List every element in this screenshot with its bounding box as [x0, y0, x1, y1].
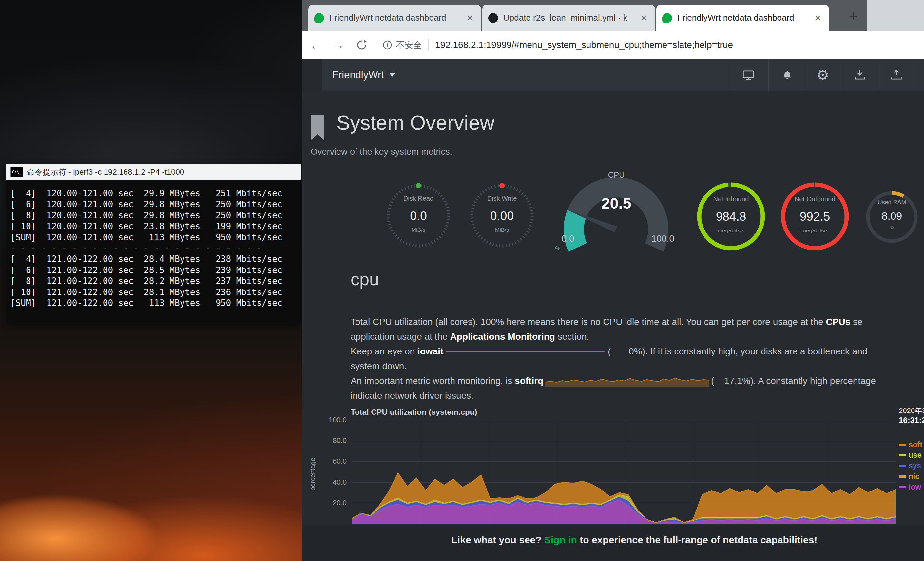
- brand-dropdown[interactable]: FriendlyWrt: [332, 59, 395, 91]
- text-segment: Total CPU utilization (all cores). 100% …: [351, 317, 826, 327]
- text-segment: se: [850, 317, 862, 327]
- y-axis-tick: 80.0: [321, 436, 346, 445]
- gauge-unit: megabits/s: [779, 227, 851, 234]
- iowait-term: iowait: [417, 346, 443, 357]
- terminal-window: C:\_ 命令提示符 - iperf3 -c 192.168.1.2 -P4 -…: [6, 164, 301, 323]
- load-snapshot-button[interactable]: [841, 59, 879, 91]
- address-input[interactable]: 不安全 192.168.2.1:19999/#menu_system_subme…: [382, 39, 924, 51]
- text-segment: section.: [555, 331, 589, 342]
- cpus-link[interactable]: CPUs: [826, 317, 850, 327]
- applications-monitoring-link[interactable]: Applications Monitoring: [450, 331, 555, 342]
- gear-icon: ⚙: [816, 68, 829, 82]
- tab-title: FriendlyWrt netdata dashboard: [677, 13, 809, 23]
- tab-list: FriendlyWrt netdata dashboard×Update r2s…: [308, 5, 829, 31]
- gauge-value: 20.5: [551, 194, 682, 212]
- reload-button[interactable]: [356, 39, 368, 51]
- info-icon[interactable]: [382, 40, 392, 50]
- gauge-value: 0.0: [382, 209, 454, 223]
- iowait-sparkline[interactable]: [446, 347, 605, 356]
- legend-label: sys: [909, 461, 921, 470]
- netdata-icon: [662, 13, 672, 23]
- terminal-titlebar[interactable]: C:\_ 命令提示符 - iperf3 -c 192.168.1.2 -P4 -…: [6, 164, 301, 180]
- legend-item[interactable]: use: [899, 450, 922, 460]
- terminal-line: [SUM] 120.00-121.00 sec 113 MBytes 950 M…: [10, 232, 301, 243]
- forward-button[interactable]: →: [333, 39, 344, 51]
- paragraph-line: Total CPU utilization (all cores). 100% …: [351, 316, 863, 329]
- legend-swatch: [899, 486, 906, 488]
- gauge-unit: %: [551, 245, 564, 252]
- section-heading-cpu: cpu: [351, 269, 379, 289]
- browser-tab[interactable]: Update r2s_lean_minimal.yml · k×: [482, 5, 655, 31]
- signin-banner: Like what you see? Sign in to experience…: [302, 525, 924, 561]
- chart-plot-area: [352, 420, 896, 524]
- net-outbound-gauge[interactable]: Net Outbound 992.5 megabits/s: [779, 180, 851, 253]
- paragraph-line: Keep an eye on iowait ( 0%). If it is co…: [351, 345, 867, 358]
- gauge-value: 8.09: [864, 210, 920, 222]
- y-axis-tick: 60.0: [321, 457, 346, 466]
- paragraph-line: application usage at the Applications Mo…: [351, 330, 589, 343]
- legend-item[interactable]: iow: [899, 482, 921, 492]
- terminal-line: [ 4] 120.00-121.00 sec 29.9 MBytes 251 M…: [10, 188, 301, 199]
- disk-write-gauge[interactable]: Disk Write 0.00 MiB/s: [466, 180, 538, 252]
- softirq-sparkline[interactable]: [545, 375, 709, 387]
- page-subtitle: Overview of the key system metrics.: [310, 147, 452, 157]
- not-secure-label[interactable]: 不安全: [396, 39, 422, 51]
- disk-read-gauge[interactable]: Disk Read 0.0 MiB/s: [382, 180, 454, 252]
- url-text: 192.168.2.1:19999/#menu_system_submenu_c…: [435, 40, 733, 50]
- paragraph-line: indicate network driver issues.: [351, 389, 474, 402]
- gauge-value: 984.8: [695, 210, 767, 224]
- legend-swatch: [899, 454, 906, 456]
- paragraph-line: An important metric worth monitoring, is…: [351, 375, 876, 388]
- alarms-button[interactable]: [769, 59, 806, 91]
- new-tab-button[interactable]: +: [844, 7, 862, 26]
- gauge-label: Disk Write: [466, 195, 538, 202]
- cpu-gauge[interactable]: CPU 20.5 0.0 100.0 %: [551, 170, 682, 256]
- gauge-unit: MiB/s: [382, 227, 454, 233]
- chart-date: 2020年3: [899, 406, 924, 416]
- tab-close-icon[interactable]: ×: [813, 13, 823, 23]
- terminal-line: [ 8] 121.00-122.00 sec 28.2 MBytes 237 M…: [10, 276, 301, 287]
- save-snapshot-button[interactable]: [878, 59, 915, 91]
- tab-title: Update r2s_lean_minimal.yml · k: [503, 13, 635, 23]
- terminal-title: 命令提示符 - iperf3 -c 192.168.1.2 -P4 -t1000: [27, 167, 184, 177]
- legend-label: iow: [909, 483, 921, 492]
- gauge-value: 0.00: [466, 209, 538, 223]
- gauge-max: 100.0: [650, 233, 676, 244]
- browser-tab[interactable]: FriendlyWrt netdata dashboard×: [656, 5, 829, 31]
- cpu-utilization-chart[interactable]: [352, 420, 896, 523]
- browser-tab[interactable]: FriendlyWrt netdata dashboard×: [308, 5, 481, 31]
- monitor-icon: [742, 69, 755, 82]
- legend-label: use: [909, 451, 922, 460]
- net-inbound-gauge[interactable]: Net Inbound 984.8 megabits/s: [695, 180, 767, 253]
- netdata-navbar: FriendlyWrt ⚙: [302, 59, 924, 91]
- url-divider: [428, 39, 429, 51]
- legend-swatch: [899, 465, 906, 467]
- terminal-line: [ 4] 121.00-122.00 sec 28.4 MBytes 238 M…: [10, 254, 301, 265]
- github-icon: [488, 13, 498, 23]
- tab-close-icon[interactable]: ×: [639, 13, 649, 23]
- terminal-line: - - - - - - - - - - - - - - - - - - - - …: [10, 243, 301, 254]
- terminal-line: [ 6] 120.00-121.00 sec 29.8 MBytes 250 M…: [10, 199, 301, 210]
- tab-close-icon[interactable]: ×: [465, 13, 475, 23]
- back-button[interactable]: ←: [310, 39, 322, 51]
- monitor-button[interactable]: [730, 59, 767, 91]
- text-segment: ( 0%). If it is constantly high, your di…: [608, 346, 867, 357]
- terminal-output: [ 4] 120.00-121.00 sec 29.9 MBytes 251 M…: [6, 180, 301, 323]
- legend-swatch: [899, 475, 906, 478]
- text-segment: An important metric worth monitoring, is: [351, 376, 515, 386]
- caret-down-icon: [389, 73, 395, 77]
- used-ram-gauge[interactable]: Used RAM 8.09 %: [864, 189, 920, 245]
- y-axis-tick: 40.0: [321, 478, 346, 487]
- legend-item[interactable]: sys: [899, 461, 921, 471]
- brand-label: FriendlyWrt: [332, 69, 384, 81]
- signin-link[interactable]: Sign in: [544, 534, 577, 545]
- settings-button[interactable]: ⚙: [804, 59, 842, 91]
- bell-icon: [781, 69, 794, 82]
- terminal-line: [ 6] 121.00-122.00 sec 28.5 MBytes 239 M…: [10, 265, 301, 276]
- legend-label: nic: [909, 472, 920, 481]
- gauge-unit: %: [864, 225, 920, 230]
- gauge-label: Net Inbound: [695, 196, 767, 203]
- legend-item[interactable]: soft: [899, 440, 922, 450]
- text-segment: Keep an eye on: [351, 346, 417, 357]
- legend-item[interactable]: nic: [899, 471, 920, 481]
